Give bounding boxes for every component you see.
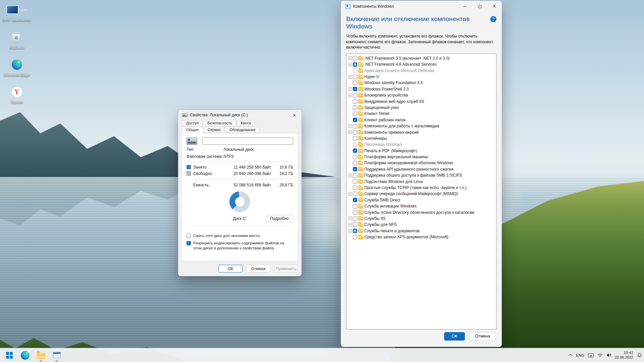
close-button[interactable]: × [287, 110, 302, 120]
ok-button[interactable]: ОК [444, 332, 465, 341]
feature-checkbox-partial[interactable] [353, 229, 357, 233]
touch-keyboard-icon[interactable] [588, 353, 594, 357]
feature-checkbox-unchecked[interactable] [353, 130, 357, 134]
feature-checkbox-unchecked[interactable] [353, 99, 357, 104]
feature-checkbox-unchecked[interactable] [353, 155, 357, 159]
title-bar[interactable]: Компоненты Windows × [341, 1, 502, 12]
feature-item[interactable]: +Службы для NFS [347, 222, 495, 228]
feature-item[interactable]: +Windows PowerShell 2.0 [347, 86, 495, 92]
feature-item[interactable]: +.NET Framework 3.5 (включает .NET 2.0 и… [347, 55, 495, 61]
feature-checkbox-unchecked[interactable] [353, 93, 357, 98]
feature-checkbox-unchecked[interactable] [353, 75, 357, 79]
taskbar-explorer-button[interactable] [34, 349, 48, 362]
feature-item[interactable]: Служба активации Windows [347, 203, 495, 209]
details-button[interactable]: Подробно [266, 215, 293, 222]
expander-icon[interactable]: + [348, 130, 352, 134]
help-icon[interactable]: ? [490, 16, 496, 22]
expander-icon[interactable]: + [348, 124, 352, 128]
feature-checkbox-unchecked[interactable] [353, 81, 357, 85]
tab[interactable]: Квота [237, 120, 255, 126]
network-icon[interactable] [597, 353, 603, 357]
title-bar[interactable]: Свойства: Локальный диск (C:) × [178, 110, 302, 120]
close-button[interactable]: × [487, 1, 502, 12]
index-checkbox[interactable] [186, 241, 191, 245]
feature-checkbox-partial[interactable] [353, 62, 357, 67]
feature-checkbox-unchecked[interactable] [353, 192, 357, 196]
feature-item[interactable]: +Сервер очереди сообщений Майкрософт (MS… [347, 191, 495, 197]
expander-icon[interactable]: + [348, 223, 352, 227]
volume-icon[interactable] [606, 353, 611, 357]
feature-checkbox-unchecked[interactable] [353, 161, 357, 165]
feature-item[interactable]: Печать в PDF (Майкрософт) [347, 148, 495, 154]
feature-checkbox-unchecked[interactable] [353, 186, 357, 190]
feature-item[interactable]: +Компоненты прежних версий [347, 129, 495, 135]
compress-checkbox[interactable] [186, 234, 191, 238]
tab[interactable]: Сервис [204, 127, 225, 133]
feature-checkbox-checked[interactable] [353, 87, 357, 91]
feature-checkbox-checked[interactable] [353, 167, 357, 171]
feature-item[interactable]: +Hyper-V [347, 74, 495, 80]
feature-checkbox-unchecked[interactable] [353, 124, 357, 128]
feature-item[interactable]: Windows Identity Foundation 3.5 [347, 80, 495, 86]
feature-item[interactable]: Подсистема Windows для Linux [347, 178, 495, 184]
feature-checkbox-unchecked[interactable] [353, 204, 357, 208]
feature-checkbox-checked[interactable] [353, 118, 357, 122]
cancel-button[interactable]: Отмена [246, 265, 270, 273]
feature-item[interactable]: Платформа низкоуровневой оболочки Window… [347, 160, 495, 166]
feature-item[interactable]: Простые службы TCPIP (такие как echo, da… [347, 185, 495, 191]
maximize-button[interactable] [472, 1, 487, 12]
feature-checkbox-unchecked[interactable] [353, 142, 357, 147]
expander-icon[interactable]: + [348, 75, 352, 79]
expander-icon[interactable]: + [348, 87, 352, 91]
cancel-button[interactable]: Отмена [470, 332, 496, 341]
feature-item[interactable]: Поддержка API удаленного разностного сжа… [347, 166, 495, 172]
feature-item[interactable]: +Поддержка общего доступа к файлам SMB 1… [347, 172, 495, 178]
expander-icon[interactable]: + [348, 192, 352, 196]
feature-item[interactable]: Контейнеры [347, 135, 495, 141]
language-indicator[interactable]: ENG [576, 353, 584, 357]
taskbar-edge-button[interactable] [18, 349, 32, 362]
feature-item[interactable]: Защищенный узел [347, 105, 495, 111]
desktop-icon-this-pc[interactable]: Этот компьютер [2, 3, 32, 23]
tab[interactable]: Общие [182, 127, 203, 133]
tab[interactable]: Оборудование [225, 127, 260, 133]
feature-checkbox-unchecked[interactable] [353, 173, 357, 178]
expander-icon[interactable]: + [348, 56, 352, 60]
feature-checkbox-checked[interactable] [353, 198, 357, 202]
feature-checkbox-unchecked[interactable] [353, 210, 357, 215]
feature-item[interactable]: Песочница Windows [347, 141, 495, 147]
feature-item[interactable]: Клиент Telnet [347, 111, 495, 117]
feature-item[interactable]: Службы Active Directory облегченного дос… [347, 209, 495, 215]
desktop-icon-edge[interactable]: Microsoft Edge [2, 58, 32, 78]
hidden-icons-chevron-icon[interactable] [569, 354, 572, 357]
tab[interactable]: Доступ [182, 120, 203, 126]
feature-item[interactable]: Средство записи XPS-документов (Microsof… [347, 234, 495, 240]
feature-item[interactable]: +Службы печати и документов [347, 228, 495, 234]
feature-item[interactable]: +Компоненты для работы с мультимедиа [347, 123, 495, 129]
feature-checkbox-unchecked[interactable] [353, 56, 357, 60]
feature-item[interactable]: +Службы IIS [347, 216, 495, 222]
volume-label-input[interactable] [202, 137, 293, 145]
compress-option[interactable]: Сжать этот диск для экономии места [186, 233, 293, 238]
feature-checkbox-unchecked[interactable] [353, 112, 357, 116]
minimize-button[interactable] [458, 1, 472, 12]
feature-checkbox-unchecked[interactable] [353, 68, 357, 73]
feature-item[interactable]: +.NET Framework 4.8 Advanced Services [347, 61, 495, 67]
feature-checkbox-unchecked[interactable] [353, 223, 357, 227]
feature-item[interactable]: Платформа виртуальной машины [347, 154, 495, 160]
ok-button[interactable]: ОК [218, 265, 243, 273]
feature-checkbox-checked[interactable] [353, 148, 357, 153]
desktop-icon-yandex[interactable]: YYandex [2, 85, 32, 105]
feature-checkbox-unchecked[interactable] [353, 216, 357, 221]
feature-checkbox-unchecked[interactable] [353, 105, 357, 110]
feature-item[interactable]: Application Guard в Microsoft Defender [347, 67, 495, 73]
expander-icon[interactable]: + [348, 174, 352, 177]
feature-item[interactable]: Клиент рабочих папок [347, 117, 495, 123]
feature-item[interactable]: Служба SMB Direct [347, 197, 495, 203]
expander-icon[interactable]: + [348, 229, 352, 233]
index-option[interactable]: Разрешить индексировать содержимое файло… [186, 241, 293, 251]
feature-item[interactable]: Внедряемое веб-ядро служб IIS [347, 98, 495, 104]
clock[interactable]: 10:41 22.09.2022 [615, 350, 633, 360]
feature-checkbox-unchecked[interactable] [353, 136, 357, 140]
feature-item[interactable]: +Блокировка устройства [347, 92, 495, 98]
